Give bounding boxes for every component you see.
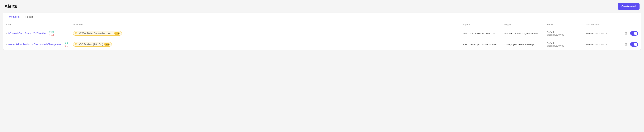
actions-cell-2: 🗑 (623, 42, 638, 47)
col-signal: Signal (463, 23, 504, 26)
actions-cell-1: 🗑 (623, 31, 638, 36)
email-info-1: Default Weekdays, 07:00 (547, 31, 564, 36)
col-last-checked: Last checked (586, 23, 623, 26)
universe-count-1: 319 (114, 32, 120, 35)
last-checked-1: 15 Dec 2022, 18:14 (586, 32, 623, 35)
alert-name-row-1: 90 West Card Spend YoY % Alert ⇧ 39 ⇩ 13 (8, 31, 54, 36)
table-header: Alert Universe Signal Trigger Email Last… (3, 21, 641, 28)
universe-cell-1: ⛩ 90 West Data - Companies cover... 319 (73, 31, 463, 36)
alert-link-2[interactable]: Ascential % Products Discounted Change A… (8, 43, 62, 46)
universe-cell-2: ⛩ ASC Retailers (14th Oct) 103 (73, 42, 463, 47)
email-cell-1: Default Weekdays, 07:00 ⌄ (547, 31, 586, 36)
col-actions (623, 23, 638, 26)
col-alert: Alert (6, 23, 73, 26)
universe-count-2: 103 (104, 43, 110, 46)
email-label-1: Default (547, 31, 564, 34)
toggle-slider-1 (630, 31, 638, 36)
expand-chevron-2[interactable]: › (6, 43, 7, 46)
email-time-2: Weekdays, 07:00 (547, 45, 564, 47)
email-chevron-2[interactable]: ⌄ (566, 43, 568, 46)
expand-chevron-1[interactable]: › (6, 32, 7, 35)
delete-button-2[interactable]: 🗑 (625, 43, 628, 46)
trigger-cell-2: Change (±0.3 over 200 days) (504, 43, 547, 46)
col-universe: Universe (73, 23, 463, 26)
table-row: › Ascential % Products Discounted Change… (3, 39, 641, 50)
delete-button-1[interactable]: 🗑 (625, 32, 628, 35)
trigger-cell-1: Numeric (above 0.5, below -0.5) (504, 32, 547, 35)
email-label-2: Default (547, 42, 564, 45)
count-up-2: ⇧ 8 (64, 42, 68, 44)
toggle-slider-2 (630, 42, 638, 47)
count-down-2: ⇩ 7 (64, 45, 68, 47)
email-time-1: Weekdays, 07:00 (547, 34, 564, 36)
alert-link-1[interactable]: 90 West Card Spend YoY % Alert (8, 32, 47, 35)
toggle-1[interactable] (630, 31, 638, 36)
toggle-2[interactable] (630, 42, 638, 47)
tab-my-alerts[interactable]: My alerts (6, 13, 22, 21)
universe-badge-2[interactable]: ⛩ ASC Retailers (14th Oct) 103 (73, 42, 112, 47)
tabs-container: My alerts Feeds (3, 13, 641, 21)
alert-counts-2: ⇧ 8 ⇩ 7 (64, 42, 68, 47)
table-row: › 90 West Card Spend YoY % Alert ⇧ 39 ⇩ … (3, 28, 641, 39)
tab-feeds[interactable]: Feeds (22, 13, 36, 21)
email-chevron-1[interactable]: ⌄ (566, 32, 568, 35)
alert-cell-1: › 90 West Card Spend YoY % Alert ⇧ 39 ⇩ … (6, 31, 73, 36)
alert-counts-1: ⇧ 39 ⇩ 13 (49, 31, 54, 36)
email-cell-2: Default Weekdays, 07:00 ⌄ (547, 42, 586, 47)
signal-cell-2: ASC_28MA_pct_products_disc... (463, 43, 504, 46)
universe-label-1: 90 West Data - Companies cover... (78, 32, 113, 35)
alert-cell-2: › Ascential % Products Discounted Change… (6, 42, 73, 47)
signal-cell-1: NW_Total_Sales_91dMA_YoY (463, 32, 504, 35)
page-header: Alerts Create alert (0, 0, 644, 13)
count-down-1: ⇩ 13 (49, 34, 54, 36)
last-checked-2: 15 Dec 2022, 18:14 (586, 43, 623, 46)
count-up-1: ⇧ 39 (49, 31, 54, 33)
col-trigger: Trigger (504, 23, 547, 26)
page-title: Alerts (4, 4, 17, 9)
alert-name-row-2: Ascential % Products Discounted Change A… (8, 42, 68, 47)
create-alert-button[interactable]: Create alert (618, 3, 640, 10)
col-email: Email (547, 23, 586, 26)
main-card: My alerts Feeds Alert Universe Signal Tr… (3, 13, 641, 50)
tag-icon-1: ⛩ (75, 32, 77, 35)
email-info-2: Default Weekdays, 07:00 (547, 42, 564, 47)
tag-icon-2: ⛩ (75, 43, 77, 46)
universe-label-2: ASC Retailers (14th Oct) (78, 43, 103, 46)
universe-badge-1[interactable]: ⛩ 90 West Data - Companies cover... 319 (73, 31, 122, 36)
